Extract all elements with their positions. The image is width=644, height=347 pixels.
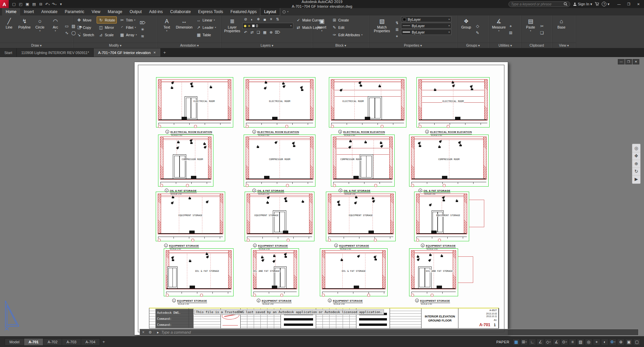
cut-icon[interactable]: ✂ xyxy=(539,23,545,29)
new-tab-button[interactable]: + xyxy=(161,48,169,57)
elevation-viewport[interactable]: COMPRESSOR ROOM xyxy=(158,135,213,187)
panel-label-properties[interactable]: Properties ▾ xyxy=(369,43,457,48)
ribbon-tab-view[interactable]: View xyxy=(88,8,104,15)
panel-label-annotation[interactable]: Annotation ▾ xyxy=(158,43,221,48)
create-button[interactable]: ⊞Create xyxy=(330,16,364,23)
customize-command-line-icon[interactable]: ⚙ xyxy=(147,330,154,335)
table-button[interactable]: ▦Table xyxy=(195,31,218,38)
lineweight-icon[interactable]: ≡ xyxy=(569,339,576,345)
edit-polyline-icon[interactable]: ↯ xyxy=(394,20,400,26)
elevation-viewport[interactable]: OIL AND FAT STORAGE xyxy=(409,248,458,296)
layer-copy-icon[interactable]: ❏ xyxy=(256,30,261,35)
elevation-viewport[interactable]: EQUIPMENT STORAGE xyxy=(326,192,396,241)
elevation-viewport[interactable]: ELECTRICAL ROOM xyxy=(416,77,490,128)
osnap-tracking-icon[interactable]: ∡ xyxy=(553,339,560,345)
steering-wheel-icon[interactable]: ◎ xyxy=(632,145,640,152)
ribbon-tab-annotate[interactable]: Annotate xyxy=(38,8,61,15)
new-layout-button[interactable]: + xyxy=(100,338,107,346)
app-store-cart-icon[interactable] xyxy=(595,2,599,6)
elevation-viewport[interactable]: OIL & FAT STORAGE xyxy=(164,248,234,296)
ribbon-tab-home[interactable]: Home xyxy=(2,8,20,15)
panel-label-groups[interactable]: Groups ▾ xyxy=(457,43,489,48)
elevation-viewport[interactable]: EQUIPMENT STORAGE xyxy=(156,192,225,241)
ribbon-tab-insert[interactable]: Insert xyxy=(20,8,38,15)
close-tab-icon[interactable]: ✕ xyxy=(153,51,156,54)
elevation-viewport[interactable]: ELECTRICAL ROOM xyxy=(156,77,233,128)
layer-select[interactable]: ☀0▾ xyxy=(242,23,293,29)
offset-icon[interactable]: ≋ xyxy=(140,34,146,39)
transparency-icon[interactable]: ▨ xyxy=(577,339,584,345)
explode-icon[interactable]: ✳ xyxy=(140,27,146,33)
layer-order-icon[interactable]: ⇅ xyxy=(275,17,280,22)
ribbon-tab-manage[interactable]: Manage xyxy=(104,8,126,15)
lineweight-select[interactable]: ByLayer▾ xyxy=(401,29,451,35)
edit-button[interactable]: ✎Edit xyxy=(330,24,364,31)
base-button[interactable]: ⌂Base xyxy=(554,16,569,43)
close-drawing-icon[interactable]: ✕ xyxy=(633,59,639,64)
isolate-objects-icon[interactable]: ⊕ xyxy=(617,339,625,345)
show-motion-icon[interactable]: ▶ xyxy=(632,176,640,183)
elevation-viewport[interactable]: COMPRESSOR ROOM xyxy=(409,135,489,187)
mirror-button[interactable]: ◫Mirror xyxy=(97,24,117,31)
minimize-icon[interactable]: — xyxy=(614,0,624,8)
circle-button[interactable]: ○Circle▾ xyxy=(33,16,47,43)
layer-walk-icon[interactable]: ▦ xyxy=(262,30,267,35)
command-input[interactable]: Type a command xyxy=(161,330,191,334)
layout-tab-a-704[interactable]: A-704 xyxy=(81,338,100,346)
erase-icon[interactable]: ⌦ xyxy=(140,20,146,26)
insert-button[interactable]: ▣Insert▾ xyxy=(314,16,329,43)
copy-button[interactable]: ❏Copy xyxy=(75,24,96,31)
array-button[interactable]: ▦Array▾ xyxy=(118,31,139,38)
list-icon[interactable]: ≣ xyxy=(394,27,400,33)
close-icon[interactable]: ✕ xyxy=(634,0,643,8)
clean-screen-icon[interactable]: ▢ xyxy=(633,339,641,345)
linetype-select[interactable]: ByLayer▾ xyxy=(401,23,451,29)
maximize-icon[interactable]: ❐ xyxy=(624,0,634,8)
new-file-icon[interactable]: ▢ xyxy=(11,2,17,6)
dimension-button[interactable]: ↔Dimension xyxy=(175,16,194,43)
panel-label-layers[interactable]: Layers ▾ xyxy=(221,43,312,48)
ribbon-tab-layout[interactable]: Layout xyxy=(260,8,280,15)
undo-icon[interactable]: ↶▾ xyxy=(44,2,51,6)
save-as-icon[interactable]: ▤ xyxy=(31,2,37,6)
zoom-icon[interactable]: ⊕ xyxy=(632,160,640,168)
layer-lock-icon[interactable]: ◙ xyxy=(262,17,267,22)
hardware-accel-icon[interactable]: ▣ xyxy=(625,339,633,345)
layer-off-icon[interactable]: ⊘ xyxy=(243,17,248,22)
open-file-icon[interactable]: ◰ xyxy=(17,2,24,6)
elevation-viewport[interactable]: COMPRESSOR ROOM xyxy=(331,135,395,187)
copy-clip-icon[interactable]: ❏ xyxy=(539,30,545,36)
help-button[interactable]: ? ▾ xyxy=(602,2,609,6)
ungroup-icon[interactable]: ◇ xyxy=(475,23,481,29)
layer-freeze-icon[interactable]: ❄ xyxy=(256,17,261,22)
color-select[interactable]: ByLayer▾ xyxy=(401,16,451,22)
qat-customize-icon[interactable]: ▾ xyxy=(58,2,64,6)
line-button[interactable]: ╱Line xyxy=(2,16,16,43)
fillet-button[interactable]: ◜Fillet▾ xyxy=(118,24,139,31)
ribbon-tab-express-tools[interactable]: Express Tools xyxy=(194,8,227,15)
orbit-icon[interactable]: ↻ xyxy=(632,168,640,176)
panel-label-view[interactable]: View ▾ xyxy=(552,43,576,48)
layer-properties-button[interactable]: ≣Layer Properties xyxy=(223,16,241,43)
edit-attributes-button[interactable]: ✑Edit Attributes▾ xyxy=(330,31,364,38)
layout-tab-a-701[interactable]: A-701 xyxy=(24,338,43,346)
elevation-viewport[interactable]: EQUIPMENT STORAGE xyxy=(245,192,314,241)
layer-merge-icon[interactable]: ⊕ xyxy=(268,30,274,35)
dynamic-input-icon[interactable]: ⌖ xyxy=(593,339,600,345)
panel-label-clipboard[interactable]: Clipboard xyxy=(522,43,552,48)
ribbon-tab-output[interactable]: Output xyxy=(126,8,145,15)
spline-icon[interactable]: ∿ xyxy=(64,30,70,36)
snap-mode-icon[interactable]: ⊞▾ xyxy=(521,339,528,345)
scale-button[interactable]: ⊿Scale xyxy=(97,31,117,38)
ribbon-tab-collaborate[interactable]: Collaborate xyxy=(166,8,194,15)
elevation-viewport[interactable]: ELECTRICAL ROOM xyxy=(244,77,315,128)
save-icon[interactable]: ▣ xyxy=(24,2,31,6)
search-icon[interactable] xyxy=(563,2,567,6)
isodraft-icon[interactable]: ◇▾ xyxy=(545,339,552,345)
pickstyle-icon[interactable]: ⌖ xyxy=(394,34,400,39)
layout-tab-model[interactable]: Model xyxy=(5,338,24,346)
layer-delete-icon[interactable]: ⌦ xyxy=(275,30,280,35)
match-properties-button[interactable]: ▧Match Properties xyxy=(371,16,393,43)
file-tab-start[interactable]: Start xyxy=(0,48,17,57)
ribbon-tab-featured-apps[interactable]: Featured Apps xyxy=(227,8,260,15)
